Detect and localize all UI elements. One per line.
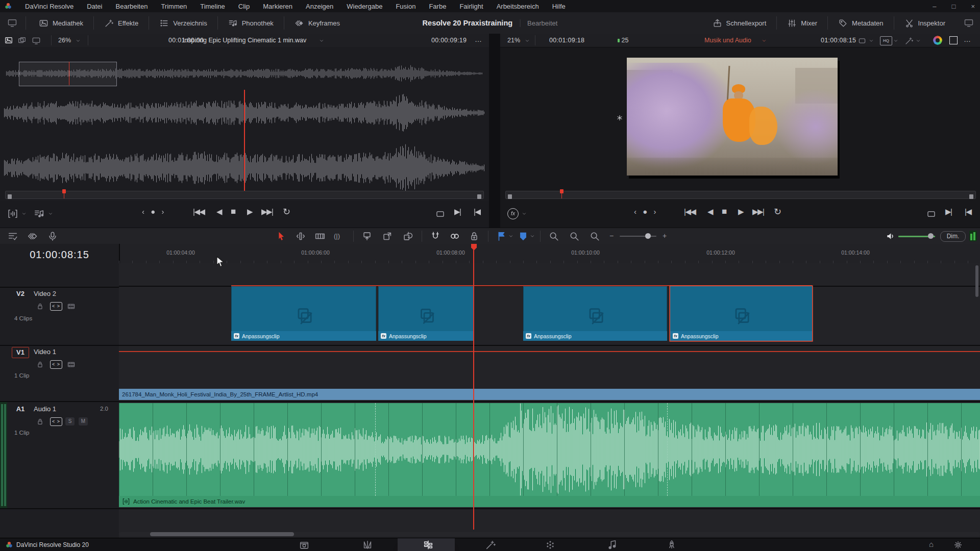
zoom-out-button[interactable]: − (609, 232, 614, 240)
timeline-ruler[interactable]: 01:00:04:00 01:00:06:00 01:00:08:00 01:0… (119, 244, 980, 264)
minimize-button[interactable]: – (933, 3, 936, 10)
source-clip-chevron-icon[interactable] (319, 38, 324, 43)
enhance-chevron-icon[interactable] (916, 38, 921, 43)
track-a1-lock-icon[interactable] (36, 417, 44, 426)
grab-still-icon[interactable] (949, 36, 958, 44)
source-skip-end-button[interactable]: ▶▶| (261, 204, 273, 219)
adjustment-clip-2[interactable]: fxAnpassungsclip (378, 286, 474, 341)
timeline-scrub-bar[interactable] (505, 191, 976, 199)
audio-meter-icon[interactable] (969, 231, 977, 241)
video-preview[interactable] (627, 58, 838, 176)
track-v2-id[interactable]: V2 (12, 289, 29, 299)
menu-hilfe[interactable]: Hilfe (546, 3, 572, 10)
menu-markieren[interactable]: Markieren (256, 3, 299, 10)
timeline-out-handle[interactable] (969, 194, 973, 199)
page-edit-icon[interactable] (421, 539, 435, 550)
detail-zoom-icon[interactable] (569, 231, 580, 242)
enhance-wand-icon[interactable] (904, 36, 914, 45)
track-v2-autoselect[interactable]: < > (50, 302, 62, 311)
menu-farbe[interactable]: Farbe (422, 3, 453, 10)
proxy-chevron-icon[interactable] (893, 38, 898, 43)
keyframes-button[interactable]: Keyframes (284, 18, 350, 28)
source-waveform-display[interactable] (0, 47, 489, 201)
track-a1-mute-button[interactable]: M (79, 417, 88, 425)
timeline-step-back-button[interactable]: ◀ (707, 204, 713, 219)
track-a1-solo-button[interactable]: S (65, 417, 75, 425)
track-v2-lock-icon[interactable] (36, 302, 44, 311)
dynamic-trim-tool[interactable]: (|) (334, 232, 340, 240)
overwrite-clip-icon[interactable] (382, 231, 393, 242)
page-cut-icon[interactable] (360, 539, 375, 550)
menu-clip[interactable]: Clip (232, 3, 256, 10)
replace-clip-icon[interactable] (402, 231, 413, 242)
timeline-loop-button[interactable]: ↻ (774, 204, 781, 219)
adjustment-clip-3[interactable]: fxAnpassungsclip (523, 286, 667, 341)
source-jog-control[interactable]: ‹ ● › (142, 204, 166, 219)
track-a1-name[interactable]: Audio 1 (34, 405, 56, 413)
source-playhead-line[interactable] (244, 90, 245, 197)
monitor-volume-slider[interactable] (898, 236, 935, 237)
source-go-first-button[interactable]: |◀ (474, 204, 480, 219)
menu-davinci-resolve[interactable]: DaVinci Resolve (18, 3, 80, 10)
custom-zoom-icon[interactable] (589, 231, 600, 242)
timeline-play-button[interactable]: ▶ (738, 204, 743, 219)
track-v1-id[interactable]: V1 (12, 347, 29, 358)
safe-area-chevron-icon[interactable] (869, 38, 874, 43)
track-v1-autoselect[interactable]: < > (50, 360, 62, 369)
source-step-back-button[interactable]: ◀ (216, 204, 222, 219)
source-in-handle[interactable] (8, 194, 12, 199)
viewer-fx-icon[interactable]: fx (507, 208, 519, 219)
source-audio-display-icon[interactable] (7, 208, 18, 219)
inspektor-button[interactable]: Inspektor (894, 18, 955, 28)
adjustment-clip-4-selected[interactable]: fxAnpassungsclip (670, 286, 812, 341)
track-a1-autoselect[interactable]: < > (50, 417, 62, 426)
home-icon[interactable]: ⌂ (929, 540, 934, 548)
marker-icon[interactable] (518, 231, 529, 242)
timeline-play-last-button[interactable]: ▶| (945, 204, 951, 219)
menu-anzeigen[interactable]: Anzeigen (299, 3, 340, 10)
voiceover-mic-icon[interactable] (47, 231, 58, 242)
dim-button[interactable]: Dim. (940, 231, 966, 242)
timeline-stop-button[interactable]: ■ (722, 204, 726, 219)
viewer-zoom-select[interactable]: 21% (507, 37, 520, 44)
settings-gear-icon[interactable] (953, 540, 963, 549)
adjustment-clip-1[interactable]: fxAnpassungsclip (231, 286, 376, 341)
playhead-line[interactable] (473, 250, 474, 530)
timeline-zoom-slider[interactable] (620, 236, 656, 237)
viewer-zoom-chevron-icon[interactable] (525, 38, 530, 43)
audio-clip-waveform[interactable] (119, 403, 980, 496)
schnellexport-button[interactable]: Schnellexport (702, 18, 777, 28)
keyframe-stack-icon[interactable] (27, 231, 38, 242)
timeline-go-first-button[interactable]: |◀ (965, 204, 971, 219)
audio-clip-name-bar[interactable]: Action Cinematic and Epic Beat Trailer.w… (119, 496, 980, 507)
page-fusion-icon[interactable] (483, 539, 498, 550)
page-media-icon[interactable] (297, 539, 311, 550)
timeline-view-options-icon[interactable] (7, 231, 18, 242)
position-lock-icon[interactable] (469, 231, 480, 242)
menu-fusion[interactable]: Fusion (389, 3, 422, 10)
menu-arbeitsbereich[interactable]: Arbeitsbereich (490, 3, 546, 10)
source-scrub-bar[interactable] (5, 191, 484, 199)
timeline-skip-start-button[interactable]: |◀◀ (684, 204, 695, 219)
source-options-menu[interactable]: … (475, 35, 482, 43)
horizontal-scrollbar-thumb[interactable] (150, 532, 294, 536)
source-loop-button[interactable]: ↻ (283, 204, 290, 219)
menu-datei[interactable]: Datei (80, 3, 109, 10)
source-clip-title[interactable]: Inspiring Epic Uplifting Cinematic 1 min… (0, 37, 489, 44)
source-skip-start-button[interactable]: |◀◀ (193, 204, 204, 219)
flag-icon[interactable] (496, 231, 507, 242)
metadaten-button[interactable]: Metadaten (828, 18, 893, 28)
effekte-button[interactable]: Effekte (94, 18, 149, 28)
timeline-name-chevron-icon[interactable] (762, 38, 767, 43)
zoom-slider-knob[interactable] (645, 233, 651, 239)
marker-chevron-icon[interactable] (530, 234, 535, 239)
linked-selection-icon[interactable] (449, 231, 460, 242)
source-audio-display-chevron-icon[interactable] (21, 211, 27, 216)
video-clip-thumbnails[interactable] (119, 352, 980, 389)
menu-wiedergabe[interactable]: Wiedergabe (340, 3, 389, 10)
speaker-icon[interactable] (886, 231, 896, 241)
source-loop-mode-icon[interactable] (435, 209, 446, 219)
source-clip-audio-chevron-icon[interactable] (48, 211, 53, 216)
source-stop-button[interactable]: ■ (231, 204, 235, 219)
source-play-button[interactable]: ▶ (247, 204, 252, 219)
